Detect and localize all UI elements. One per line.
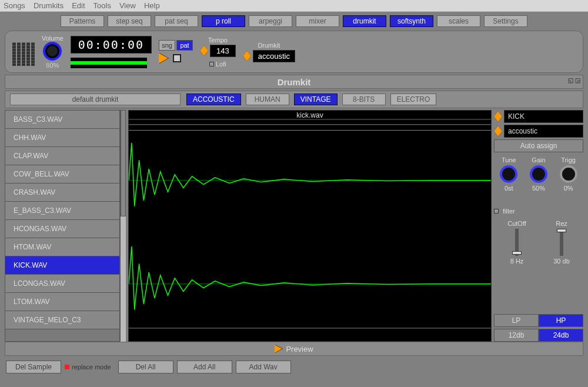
vu-meter bbox=[12, 38, 35, 66]
preview-row[interactable]: Preview bbox=[5, 342, 583, 356]
menu-bar: SongsDrumkitsEditToolsViewHelp bbox=[0, 0, 588, 12]
lofi-checkbox[interactable] bbox=[209, 62, 214, 66]
tab-patterns[interactable]: Patterns bbox=[61, 15, 104, 27]
window-controls[interactable]: ◱ ◲ bbox=[568, 77, 580, 84]
sample-item[interactable]: CHH.WAV bbox=[5, 129, 119, 147]
sample-item[interactable]: COW_BELL.WAV bbox=[5, 165, 119, 184]
kit-vintage[interactable]: VINTAGE bbox=[294, 94, 338, 105]
volume-block: Volume 80% bbox=[42, 35, 64, 69]
volume-value: 80% bbox=[46, 62, 59, 69]
section-title: Drumkit bbox=[278, 77, 311, 87]
add-wav-button[interactable]: Add Wav bbox=[236, 361, 291, 373]
tune-value: 0st bbox=[505, 185, 513, 192]
section-header: Drumkit ◱ ◲ bbox=[5, 75, 583, 89]
tempo-value[interactable]: 143 bbox=[210, 45, 236, 57]
12db-button[interactable]: 12db bbox=[494, 329, 539, 342]
tempo-label: Tempo bbox=[208, 36, 228, 44]
menu-help[interactable]: Help bbox=[144, 1, 160, 10]
sample-list-scrollbar[interactable] bbox=[120, 110, 126, 342]
sample-item[interactable]: HCONGAS.WAV bbox=[5, 220, 119, 238]
waveform-view[interactable] bbox=[128, 119, 492, 342]
preview-play-icon[interactable] bbox=[275, 345, 282, 353]
pattern-mode-button[interactable]: pat bbox=[176, 40, 193, 51]
sample-item[interactable]: VINTAGE_MELO_C3 bbox=[5, 311, 119, 329]
sample-sidebar: KICK accoustic Auto assign Tune 0st Gain… bbox=[494, 110, 583, 342]
tempo-spinner[interactable] bbox=[200, 45, 208, 56]
volume-label: Volume bbox=[42, 35, 64, 42]
sample-item[interactable]: KICK.WAV bbox=[5, 256, 119, 275]
tune-label: Tune bbox=[502, 156, 516, 164]
slot-field[interactable]: KICK bbox=[504, 110, 583, 123]
menu-edit[interactable]: Edit bbox=[72, 1, 85, 10]
time-display: 00:00:00 bbox=[71, 36, 152, 54]
tab-pat-seq[interactable]: pat seq bbox=[155, 15, 198, 27]
bottom-toolbar: Del Sample replace mode Del All Add All … bbox=[0, 356, 588, 378]
replace-mode-toggle[interactable]: replace mode bbox=[65, 363, 111, 371]
drumkit-spinner[interactable] bbox=[243, 51, 251, 61]
replace-mode-indicator bbox=[65, 365, 69, 369]
lp-button[interactable]: LP bbox=[494, 314, 539, 327]
sample-item[interactable]: HTOM.WAV bbox=[5, 238, 119, 256]
del-all-button[interactable]: Del All bbox=[118, 361, 173, 373]
menu-songs[interactable]: Songs bbox=[4, 1, 25, 10]
bank-spinner[interactable] bbox=[494, 126, 502, 136]
kit-electro[interactable]: ELECTRO bbox=[390, 94, 437, 105]
current-kit-field[interactable]: default drumkit bbox=[10, 94, 181, 105]
trigg-value: 0% bbox=[564, 185, 573, 192]
waveform-panel: kick.wav bbox=[128, 110, 492, 342]
auto-assign-button[interactable]: Auto assign bbox=[494, 139, 583, 152]
song-mode-button[interactable]: sng bbox=[159, 40, 175, 51]
stop-icon[interactable] bbox=[173, 54, 181, 62]
24db-button[interactable]: 24db bbox=[539, 329, 583, 342]
add-all-button[interactable]: Add All bbox=[177, 361, 232, 373]
sample-list-wrap: BASS_C3.WAVCHH.WAVCLAP.WAVCOW_BELL.WAVCR… bbox=[5, 110, 126, 342]
menu-drumkits[interactable]: Drumkits bbox=[34, 1, 64, 10]
bank-field[interactable]: accoustic bbox=[504, 125, 583, 138]
sample-item[interactable]: CRASH.WAV bbox=[5, 184, 119, 202]
tab-settings[interactable]: Settings bbox=[484, 15, 527, 27]
hp-button[interactable]: HP bbox=[539, 314, 583, 327]
drumkit-label: Drumkit bbox=[243, 42, 295, 49]
tune-knob[interactable] bbox=[500, 165, 517, 183]
sample-item[interactable]: E_BASS_C3.WAV bbox=[5, 202, 119, 220]
cutoff-slider[interactable] bbox=[515, 229, 519, 256]
cutoff-label: CutOff bbox=[507, 220, 526, 227]
del-sample-button[interactable]: Del Sample bbox=[6, 361, 61, 373]
filter-checkbox[interactable] bbox=[494, 209, 499, 213]
rez-slider[interactable] bbox=[560, 229, 563, 256]
tab-drumkit[interactable]: drumkit bbox=[343, 15, 386, 27]
preview-label: Preview bbox=[286, 345, 313, 353]
tab-mixer[interactable]: mixer bbox=[296, 15, 339, 27]
play-icon[interactable] bbox=[159, 53, 168, 64]
slot-spinner[interactable] bbox=[494, 111, 502, 122]
volume-knob[interactable] bbox=[43, 42, 62, 61]
sample-item[interactable]: BASS_C3.WAV bbox=[5, 111, 119, 129]
cutoff-value: 8 Hz bbox=[510, 258, 524, 265]
gain-value: 50% bbox=[532, 185, 545, 192]
tab-softsynth[interactable]: softsynth bbox=[390, 15, 433, 27]
sample-item[interactable]: LCONGAS.WAV bbox=[5, 275, 119, 293]
drumkit-value[interactable]: accoustic bbox=[253, 50, 295, 62]
kit-8-bits[interactable]: 8-BITS bbox=[342, 94, 386, 105]
kit-picker-row: default drumkit ACCOUSTICHUMANVINTAGE8-B… bbox=[5, 91, 583, 108]
menu-view[interactable]: View bbox=[119, 1, 136, 10]
tab-step-seq[interactable]: step seq bbox=[108, 15, 151, 27]
lofi-label: Lofi bbox=[216, 61, 226, 68]
menu-tools[interactable]: Tools bbox=[93, 1, 111, 10]
filter-type-segment: LP HP bbox=[494, 314, 583, 327]
tab-scales[interactable]: scales bbox=[437, 15, 480, 27]
filter-slope-segment: 12db 24db bbox=[494, 329, 583, 342]
tab-arpeggi[interactable]: arpeggi bbox=[249, 15, 292, 27]
sample-list: BASS_C3.WAVCHH.WAVCLAP.WAVCOW_BELL.WAVCR… bbox=[5, 110, 120, 342]
kit-human[interactable]: HUMAN bbox=[246, 94, 289, 105]
song-progress[interactable] bbox=[71, 58, 147, 68]
tab-p-roll[interactable]: p roll bbox=[202, 15, 245, 27]
gain-knob[interactable] bbox=[530, 165, 547, 183]
main-area: BASS_C3.WAVCHH.WAVCLAP.WAVCOW_BELL.WAVCR… bbox=[5, 110, 583, 342]
sample-item[interactable]: LTOM.WAV bbox=[5, 293, 119, 311]
trigg-knob[interactable] bbox=[560, 165, 577, 183]
kit-accoustic[interactable]: ACCOUSTIC bbox=[186, 94, 241, 105]
waveform-title: kick.wav bbox=[128, 110, 492, 119]
replace-mode-label: replace mode bbox=[72, 363, 111, 371]
sample-item[interactable]: CLAP.WAV bbox=[5, 147, 119, 165]
